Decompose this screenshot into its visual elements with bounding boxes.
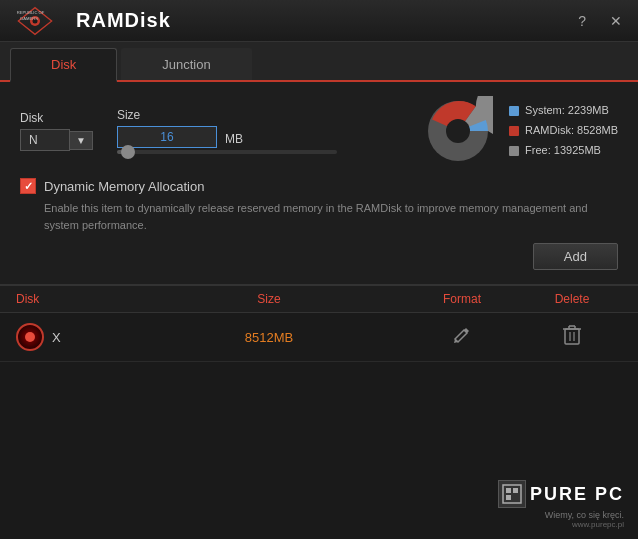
legend-dot-ramdisk <box>509 126 519 136</box>
table-header: Disk Size Format Delete <box>0 286 638 313</box>
size-slider[interactable] <box>117 150 337 154</box>
format-button[interactable] <box>402 325 522 349</box>
chart-wrapper: System: 2239MB RAMDisk: 8528MB Free: 139… <box>423 96 618 166</box>
slider-container <box>117 150 337 154</box>
add-button[interactable]: Add <box>533 243 618 270</box>
svg-rect-15 <box>506 488 511 493</box>
dma-title: Dynamic Memory Allocation <box>44 179 204 194</box>
purepc-logo: PURE PC Wiemy, co się kręci. www.purepc.… <box>498 480 624 529</box>
size-field-group: Size 16 MB <box>117 108 337 154</box>
tab-junction[interactable]: Junction <box>121 48 251 80</box>
tab-disk[interactable]: Disk <box>10 48 117 82</box>
dma-header: ✓ Dynamic Memory Allocation <box>20 178 618 194</box>
close-button[interactable]: ✕ <box>604 11 628 31</box>
purepc-box: PURE PC Wiemy, co się kręci. www.purepc.… <box>498 480 624 529</box>
table-section: Disk Size Format Delete X 8512MB <box>0 285 638 539</box>
disk-dropdown-btn[interactable]: ▼ <box>70 131 93 150</box>
svg-text:REPUBLIC OF: REPUBLIC OF <box>17 10 45 15</box>
cell-disk: X <box>16 323 136 351</box>
dma-section: ✓ Dynamic Memory Allocation Enable this … <box>20 178 618 233</box>
svg-rect-14 <box>503 485 521 503</box>
config-section: Disk N O P ▼ Size 16 MB <box>0 82 638 285</box>
svg-text:GAMERS: GAMERS <box>20 16 38 21</box>
legend-dot-free <box>509 146 519 156</box>
trash-icon <box>562 324 582 346</box>
disk-select[interactable]: N O P <box>20 129 70 151</box>
svg-rect-16 <box>513 488 518 493</box>
add-btn-row: Add <box>20 243 618 270</box>
disk-icon-wrapper: X <box>16 323 136 351</box>
cell-size: 8512MB <box>136 330 402 345</box>
purepc-brand: PURE PC <box>498 480 624 508</box>
disk-field-group: Disk N O P ▼ <box>20 111 93 151</box>
col-size: Size <box>136 292 402 306</box>
disk-letter: X <box>52 330 61 345</box>
help-button[interactable]: ? <box>572 11 592 31</box>
window-controls: ? ✕ <box>572 11 628 31</box>
legend-system: System: 2239MB <box>509 101 618 121</box>
table-row: X 8512MB <box>0 313 638 362</box>
config-row: Disk N O P ▼ Size 16 MB <box>20 96 618 166</box>
col-format: Format <box>402 292 522 306</box>
pie-chart <box>423 96 493 166</box>
legend-ramdisk: RAMDisk: 8528MB <box>509 121 618 141</box>
purepc-tagline: Wiemy, co się kręci. <box>545 510 624 520</box>
size-label: Size <box>117 108 337 122</box>
svg-point-6 <box>446 119 470 143</box>
delete-button[interactable] <box>522 324 622 350</box>
purepc-icon <box>498 480 526 508</box>
col-disk: Disk <box>16 292 136 306</box>
legend-dot-system <box>509 106 519 116</box>
rog-logo: REPUBLIC OF GAMERS <box>10 6 60 36</box>
disk-label: Disk <box>20 111 93 125</box>
svg-rect-7 <box>565 329 579 344</box>
disk-inner <box>25 332 35 342</box>
dma-checkbox[interactable]: ✓ <box>20 178 36 194</box>
titlebar: REPUBLIC OF GAMERS RAMDisk ? ✕ <box>0 0 638 42</box>
checkmark-icon: ✓ <box>24 180 33 193</box>
app-title: RAMDisk <box>76 9 572 32</box>
tab-bar: Disk Junction <box>0 42 638 82</box>
legend-free: Free: 13925MB <box>509 141 618 161</box>
disk-drive-icon <box>16 323 44 351</box>
svg-rect-17 <box>506 495 511 500</box>
disk-select-wrapper: N O P ▼ <box>20 129 93 151</box>
pencil-icon <box>452 325 472 345</box>
main-content: Disk Junction Disk N O P ▼ <box>0 42 638 539</box>
dma-description: Enable this item to dynamically release … <box>44 200 618 233</box>
chart-legend: System: 2239MB RAMDisk: 8528MB Free: 139… <box>509 101 618 160</box>
col-delete: Delete <box>522 292 622 306</box>
size-unit: MB <box>225 132 243 146</box>
purepc-url: www.purepc.pl <box>572 520 624 529</box>
